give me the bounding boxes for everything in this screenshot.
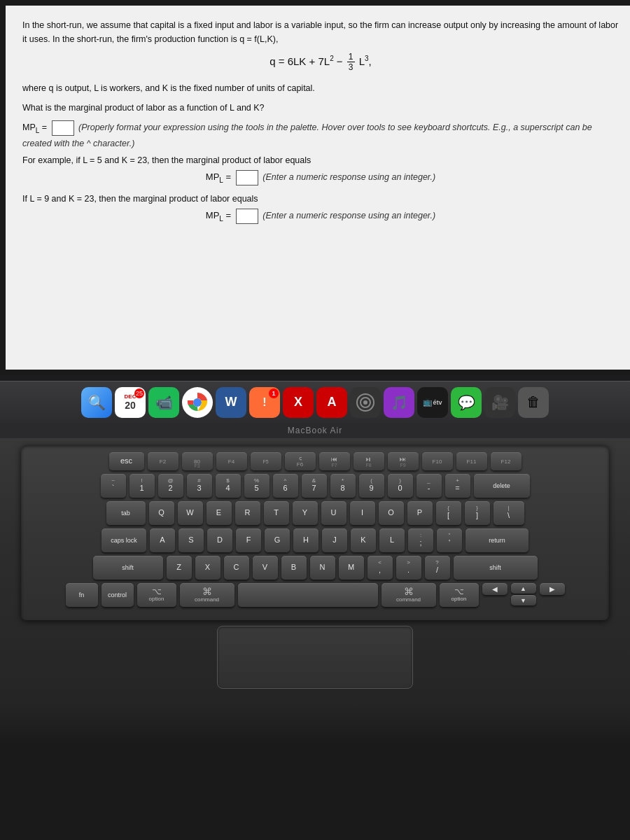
dock-item-notification[interactable]: ! 1 (249, 387, 280, 418)
key-semicolon[interactable]: :; (408, 528, 433, 552)
key-r[interactable]: R (235, 501, 260, 525)
key-o[interactable]: O (379, 501, 404, 525)
key-1[interactable]: !1 (130, 474, 155, 498)
key-c[interactable]: C (224, 556, 249, 580)
key-right-arrow[interactable]: ▶ (540, 583, 565, 595)
key-left-command[interactable]: ⌘ command (180, 583, 234, 607)
dock-item-trash[interactable]: 🗑 (518, 387, 549, 418)
key-m[interactable]: M (339, 556, 364, 580)
key-caps[interactable]: caps lock (102, 528, 146, 552)
dock-item-acrobat[interactable]: A (316, 387, 347, 418)
key-u[interactable]: U (321, 501, 346, 525)
key-space[interactable] (238, 583, 378, 607)
dock-item-target[interactable] (350, 387, 381, 418)
key-quote[interactable]: "' (437, 528, 462, 552)
key-d[interactable]: D (207, 528, 232, 552)
key-v[interactable]: V (253, 556, 278, 580)
key-f3-80[interactable]: 80F3 (182, 452, 213, 470)
dock-item-facetime[interactable]: 📹 (148, 387, 179, 418)
key-a[interactable]: A (150, 528, 175, 552)
key-f8[interactable]: ⏯F8 (354, 452, 384, 470)
key-g[interactable]: G (265, 528, 290, 552)
key-f11[interactable]: F11 (456, 452, 487, 470)
key-minus[interactable]: _- (416, 474, 442, 498)
mpl-l9-box[interactable] (236, 209, 258, 224)
key-t[interactable]: T (264, 501, 289, 525)
notification-badge: 1 (269, 388, 279, 398)
key-backtick[interactable]: ~` (101, 474, 126, 498)
key-comma[interactable]: <, (368, 556, 393, 580)
key-3[interactable]: #3 (187, 474, 212, 498)
key-delete[interactable]: delete (474, 474, 530, 498)
key-pipe[interactable]: |\ (493, 501, 524, 525)
hinge-bar (0, 375, 630, 381)
dock-item-chrome[interactable] (182, 387, 213, 418)
key-n[interactable]: N (310, 556, 335, 580)
key-period[interactable]: >. (396, 556, 421, 580)
key-f6[interactable]: c̣F6 (285, 452, 316, 470)
dock-item-podcast[interactable]: 🎵 (384, 387, 414, 418)
key-j[interactable]: J (322, 528, 347, 552)
dock-item-finder[interactable]: 🔍 (81, 387, 112, 418)
key-4[interactable]: $4 (216, 474, 241, 498)
key-x[interactable]: X (195, 556, 220, 580)
key-tab[interactable]: tab (106, 501, 146, 525)
dock-item-word[interactable]: W (216, 387, 246, 418)
key-f[interactable]: F (236, 528, 261, 552)
key-y[interactable]: Y (293, 501, 318, 525)
key-right-option[interactable]: ⌥ option (440, 583, 479, 607)
key-l[interactable]: L (379, 528, 405, 552)
key-8[interactable]: *8 (330, 474, 356, 498)
key-rbrace[interactable]: }] (465, 501, 490, 525)
key-up-arrow[interactable]: ▲ (511, 583, 536, 594)
key-f2[interactable]: F2 (148, 452, 178, 470)
mpl-answer-box[interactable] (52, 120, 74, 136)
key-q[interactable]: Q (149, 501, 174, 525)
dock-item-appletv[interactable]: 📺 étv (417, 387, 448, 418)
qwerty-row: tab Q W E R T Y U I O P {[ }] |\ (28, 501, 602, 525)
key-right-command[interactable]: ⌘ command (382, 583, 436, 607)
trackpad[interactable] (217, 626, 413, 689)
key-7[interactable]: &7 (302, 474, 327, 498)
key-b[interactable]: B (281, 556, 307, 580)
key-f7[interactable]: ⏮F7 (319, 452, 350, 470)
key-5[interactable]: %5 (244, 474, 270, 498)
key-down-arrow[interactable]: ▼ (511, 595, 536, 606)
key-w[interactable]: W (178, 501, 203, 525)
key-left-arrow[interactable]: ◀ (482, 583, 507, 595)
key-f10[interactable]: F10 (422, 452, 453, 470)
key-2[interactable]: @2 (158, 474, 183, 498)
key-0[interactable]: )0 (388, 474, 413, 498)
key-6[interactable]: ^6 (273, 474, 298, 498)
key-9[interactable]: (9 (359, 474, 384, 498)
key-rshift[interactable]: shift (454, 556, 538, 580)
key-s[interactable]: S (178, 528, 204, 552)
key-lshift[interactable]: shift (93, 556, 163, 580)
dock-item-x[interactable]: X (283, 387, 314, 418)
key-i[interactable]: I (350, 501, 375, 525)
key-return[interactable]: return (465, 528, 528, 552)
key-slash[interactable]: ?/ (425, 556, 450, 580)
dock-item-camera[interactable]: 🎥 (484, 387, 515, 418)
key-lbrace[interactable]: {[ (436, 501, 461, 525)
key-h[interactable]: H (293, 528, 318, 552)
key-ctrl[interactable]: control (102, 583, 134, 607)
key-fn[interactable]: fn (66, 583, 98, 607)
key-p[interactable]: P (407, 501, 433, 525)
mpl-example-box[interactable] (236, 170, 258, 186)
key-e[interactable]: E (206, 501, 232, 525)
key-escape[interactable]: esc (109, 452, 144, 470)
key-equals[interactable]: += (445, 474, 470, 498)
key-k[interactable]: K (351, 528, 376, 552)
key-z[interactable]: Z (167, 556, 192, 580)
key-f4[interactable]: F4 (216, 452, 247, 470)
key-f5[interactable]: F5 (251, 452, 281, 470)
trackpad-area (21, 626, 609, 689)
key-left-option[interactable]: ⌥ option (137, 583, 176, 607)
bottom-chassis (0, 703, 630, 745)
key-f12[interactable]: F12 (491, 452, 522, 470)
dock-item-messages[interactable]: 💬 (451, 387, 482, 418)
dock-item-calendar[interactable]: DEC 20 25 (115, 387, 146, 418)
key-f9[interactable]: ⏭F9 (388, 452, 419, 470)
where-text: where q is output, L is workers, and K i… (22, 81, 619, 95)
